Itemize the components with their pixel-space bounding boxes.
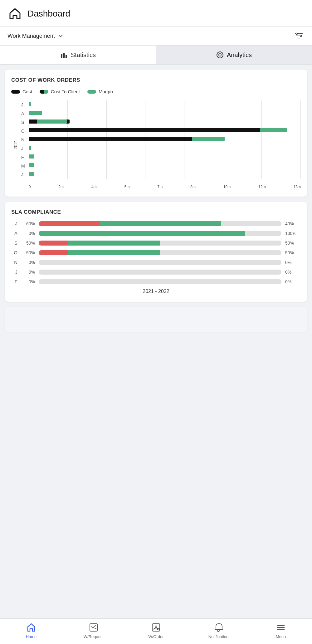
sla-pct-left: 50%: [21, 250, 35, 255]
sla-bar-green: [68, 241, 160, 246]
bar-row: [29, 127, 301, 134]
x-axis-label: 12m: [258, 185, 266, 189]
sla-month-label: J: [11, 221, 17, 226]
sla-month-label: S: [11, 240, 17, 246]
sla-pct-left: 0%: [21, 279, 35, 284]
cost-bar-chart: 2021 JASONJFMJ: [11, 100, 301, 189]
sla-pct-right: 0%: [285, 260, 301, 265]
sla-bar-container: [39, 270, 281, 275]
cost-bar: [29, 137, 206, 141]
bar-row: [29, 153, 301, 160]
svg-point-16: [155, 626, 157, 628]
legend-cost-to-client: Cost To Client: [40, 89, 80, 94]
margin-bar: [29, 163, 34, 167]
sla-pct-right: 0%: [285, 279, 301, 284]
sla-month-label: J: [11, 269, 17, 275]
bar-row: [29, 170, 301, 177]
sla-pct-left: 60%: [21, 221, 35, 226]
nav-w-order-label: W/Order: [148, 634, 163, 639]
sla-row: S 50% 50%: [11, 240, 301, 246]
cost-chart-legend: Cost Cost To Client Margin: [11, 89, 301, 94]
x-axis-label: 10m: [223, 185, 231, 189]
sla-bar-green: [68, 250, 160, 255]
margin-bar: [29, 172, 34, 176]
tab-analytics-label: Analytics: [227, 51, 252, 59]
bottom-nav: Home W/Request W/Order: [0, 618, 312, 644]
cost-chart-year: 2021: [13, 140, 18, 149]
sla-bar-red: [39, 241, 68, 246]
home-nav-icon: [26, 622, 37, 633]
svg-point-9: [219, 54, 221, 56]
svg-point-4: [300, 35, 302, 37]
x-axis-label: 8m: [190, 185, 196, 189]
filter-icon[interactable]: [293, 30, 305, 41]
sla-row: J 0% 0%: [11, 269, 301, 275]
svg-point-3: [296, 33, 298, 35]
bar-month-label: J: [21, 170, 25, 179]
cost-bar: [29, 128, 279, 132]
sla-bar-green: [39, 231, 245, 236]
sla-pct-left: 50%: [21, 241, 35, 246]
nav-menu[interactable]: Menu: [268, 622, 293, 639]
toolbar: Work Management: [0, 27, 312, 46]
bar-month-label: F: [21, 153, 25, 162]
notification-icon: [213, 622, 224, 633]
cost-chart-title: COST OF WORK ORDERS: [11, 77, 301, 83]
legend-margin-dot: [87, 90, 96, 94]
page-title: Dashboard: [27, 9, 70, 19]
nav-w-request[interactable]: W/Request: [81, 622, 106, 639]
sla-pct-left: 0%: [21, 231, 35, 236]
margin-bar: [260, 128, 287, 132]
bar-row: [29, 100, 301, 107]
sla-pct-right: 0%: [285, 270, 301, 275]
legend-cost-to-client-label: Cost To Client: [51, 89, 80, 94]
sla-pct-right: 40%: [285, 221, 301, 226]
chevron-down-icon: [57, 33, 64, 39]
bar-month-label: M: [21, 162, 25, 170]
legend-cost-dot: [11, 90, 20, 94]
sla-year-label: 2021 - 2022: [11, 289, 301, 294]
sla-row: F 0% 0%: [11, 279, 301, 284]
sla-month-label: O: [11, 250, 17, 255]
nav-home[interactable]: Home: [19, 622, 44, 639]
x-axis-label: 4m: [91, 185, 97, 189]
cost-of-work-orders-card: COST OF WORK ORDERS Cost Cost To Client …: [5, 70, 307, 197]
work-management-selector[interactable]: Work Management: [7, 33, 64, 39]
bar-month-label: J: [21, 100, 25, 109]
nav-home-label: Home: [26, 634, 37, 639]
nav-w-order[interactable]: W/Order: [144, 622, 168, 639]
sla-row: A 0% 100%: [11, 231, 301, 236]
sla-row: N 0% 0%: [11, 260, 301, 265]
sla-rows: J 60% 40% A 0% 100% S 50% 50% O: [11, 221, 301, 284]
sla-bar-container: [39, 279, 281, 284]
w-request-icon: [88, 622, 99, 633]
sla-bar-container: [39, 231, 281, 236]
bar-row: [29, 118, 301, 125]
bar-row: [29, 162, 301, 168]
sla-bar-red: [39, 221, 100, 226]
header: Dashboard: [0, 0, 312, 27]
sla-pct-left: 0%: [21, 270, 35, 275]
month-labels: JASONJFMJ: [21, 100, 27, 189]
margin-bar: [29, 154, 34, 159]
nav-menu-label: Menu: [276, 634, 286, 639]
sla-pct-left: 0%: [21, 260, 35, 265]
nav-notification[interactable]: Notification: [206, 622, 231, 639]
x-axis-label: 0: [29, 185, 31, 189]
margin-bar: [29, 146, 32, 150]
work-management-label: Work Management: [7, 33, 55, 39]
sla-bar-container: [39, 241, 281, 246]
sla-pct-right: 50%: [285, 250, 301, 255]
svg-rect-7: [66, 55, 67, 58]
sla-bar-container: [39, 221, 281, 226]
bar-month-label: N: [21, 135, 25, 144]
tab-analytics[interactable]: Analytics: [156, 46, 312, 64]
bar-row: [29, 144, 301, 151]
home-logo-icon: [7, 6, 22, 21]
sla-month-label: A: [11, 231, 17, 236]
extra-card: [5, 307, 307, 332]
tab-statistics[interactable]: Statistics: [0, 46, 156, 64]
x-axis-labels: 02m4m5m7m8m10m12m13m: [29, 185, 301, 189]
sla-chart-title: SLA COMPLIANCE: [11, 209, 301, 215]
bar-row: [29, 109, 301, 116]
